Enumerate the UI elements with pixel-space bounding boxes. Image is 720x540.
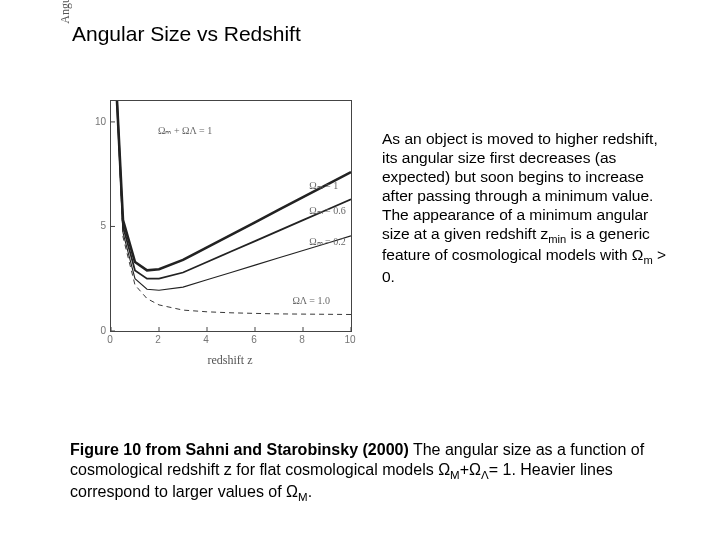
body-sub: min	[548, 233, 566, 245]
figure-caption: Figure 10 from Sahni and Starobinsky (20…	[70, 440, 660, 504]
caption-source: Figure 10 from Sahni and Starobinsky (20…	[70, 441, 409, 458]
x-axis-label: redshift z	[110, 353, 350, 368]
x-tick: 10	[344, 334, 355, 345]
y-tick: 0	[92, 325, 106, 336]
x-tick: 8	[299, 334, 305, 345]
flat-condition-label: Ωₘ + ΩΛ = 1	[158, 125, 212, 136]
y-axis-label: Angular size Δθ	[58, 0, 73, 100]
curve-label: Ωₘ = 1	[309, 180, 338, 191]
curve-label: Ωₘ = 0.2	[309, 236, 346, 247]
curve-Ωₘ=0.2	[117, 101, 351, 290]
cap-span: +Ω	[460, 461, 481, 478]
x-tick: 4	[203, 334, 209, 345]
x-tick: 6	[251, 334, 257, 345]
page-title: Angular Size vs Redshift	[72, 22, 301, 46]
y-tick: 10	[92, 115, 106, 126]
curve-label: Ωₘ = 0.6	[309, 205, 346, 216]
cap-span: .	[308, 483, 312, 500]
cap-sub: Λ	[481, 469, 489, 481]
description-text: As an object is moved to higher redshift…	[382, 130, 674, 287]
y-tick: 5	[92, 220, 106, 231]
x-tick: 0	[107, 334, 113, 345]
cap-sub: M	[298, 491, 308, 503]
curve-label: ΩΛ = 1.0	[292, 295, 330, 306]
body-sub: m	[643, 254, 652, 266]
x-tick: 2	[155, 334, 161, 345]
chart: Angular size Δθ redshift z 02468100510 Ω…	[60, 90, 360, 370]
cap-sub: M	[450, 469, 460, 481]
